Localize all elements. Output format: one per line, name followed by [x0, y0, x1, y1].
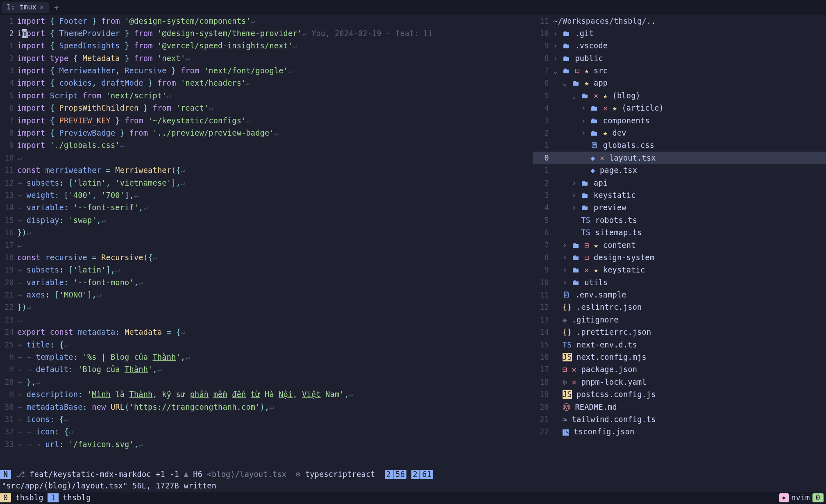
- code-line[interactable]: 4import { cookies, draftMode } from 'nex…: [0, 77, 533, 89]
- code-line[interactable]: 19→ subsets: ['latin'],↵: [0, 264, 533, 276]
- tree-item[interactable]: 21 ≈ tailwind.config.ts: [533, 413, 826, 426]
- terminal-tab[interactable]: 1: tmux ✕: [2, 2, 49, 13]
- line-number: H: [0, 365, 17, 374]
- tree-item[interactable]: 9› 🖿 .vscode: [533, 40, 826, 52]
- code-line[interactable]: 22})↵: [0, 301, 533, 313]
- tree-item[interactable]: 8 › 🖿 ⊟ design-system: [533, 251, 826, 263]
- tree-item[interactable]: 2 › 🖿 api: [533, 177, 826, 189]
- tree-item[interactable]: 14 {} .prettierrc.json: [533, 326, 826, 338]
- tmux-window-0[interactable]: thsblg: [11, 493, 47, 502]
- tree-item[interactable]: 15 TS next-env.d.ts: [533, 338, 826, 351]
- tree-item[interactable]: 16 JS next.config.mjs: [533, 351, 826, 363]
- close-icon[interactable]: ✕: [40, 3, 44, 11]
- line-content: → variable: '--font-mono',↵: [17, 278, 533, 287]
- code-line[interactable]: 7import { PREVIEW_KEY } from '~/keystati…: [0, 114, 533, 127]
- tree-item[interactable]: 7 › 🖿 ⊟ ★ content: [533, 239, 826, 251]
- code-line[interactable]: 16})↵: [0, 227, 533, 239]
- tree-item-content: ⌄ 🖿 ★ app: [553, 79, 826, 87]
- code-line[interactable]: H→ description: 'Mình là Thành, kỹ sư ph…: [0, 388, 533, 401]
- code-line[interactable]: 24export const metadata: Metadata = {↵: [0, 326, 533, 338]
- tree-item[interactable]: 8› 🖿 public: [533, 52, 826, 64]
- tree-item-content: TS next-env.d.ts: [553, 341, 826, 349]
- add-tab-button[interactable]: +: [49, 3, 64, 12]
- tree-item[interactable]: 12 {} .eslintrc.json: [533, 301, 826, 313]
- tree-item[interactable]: 4 › 🖿 preview: [533, 202, 826, 214]
- tree-item[interactable]: 6 TS sitemap.ts: [533, 227, 826, 239]
- code-line[interactable]: 12→ subsets: ['latin', 'vietnamese'],↵: [0, 177, 533, 189]
- tree-item[interactable]: 1 ◆ page.tsx: [533, 164, 826, 177]
- tmux-session[interactable]: 0: [0, 493, 11, 502]
- code-line[interactable]: 14→ variable: '--font-serif',↵: [0, 202, 533, 214]
- code-line[interactable]: 21→ axes: ['MONO'],↵: [0, 289, 533, 301]
- code-line[interactable]: 18const recursive = Recursive({↵: [0, 251, 533, 263]
- line-number: 30: [0, 403, 17, 411]
- code-line[interactable]: 6import { PropsWithChildren } from 'reac…: [0, 102, 533, 114]
- tree-root[interactable]: 11~/Workspaces/thsblg/..: [533, 15, 826, 27]
- tree-item[interactable]: 3 › 🖿 components: [533, 114, 826, 127]
- code-editor-pane[interactable]: 1import { Footer } from '@design-system/…: [0, 15, 533, 469]
- tree-item[interactable]: 22 TS tsconfig.json: [533, 426, 826, 438]
- tree-item[interactable]: 2 › 🖿 ★ dev: [533, 127, 826, 139]
- code-line[interactable]: H→ → default: 'Blog của Thành',↵: [0, 363, 533, 376]
- tree-item[interactable]: 10› 🖿 .git: [533, 27, 826, 39]
- code-line[interactable]: 30→ metadataBase: new URL('https://trang…: [0, 401, 533, 413]
- code-line[interactable]: 5import Script from 'next/script'↵: [0, 89, 533, 102]
- line-content: const recursive = Recursive({↵: [17, 253, 533, 262]
- tree-item[interactable]: 5 TS robots.ts: [533, 214, 826, 226]
- code-line[interactable]: 11const merriweather = Merriweather({↵: [0, 164, 533, 177]
- code-line[interactable]: 13→ weight: ['400', '700'],↵: [0, 189, 533, 201]
- tree-item[interactable]: 18 ⚙ ✕ pnpm-lock.yaml: [533, 376, 826, 388]
- code-line[interactable]: 31→ icons: {↵: [0, 413, 533, 426]
- tree-item-content: JS postcss.config.js: [553, 390, 826, 399]
- tree-item-content: TS tsconfig.json: [553, 427, 826, 436]
- code-line[interactable]: 2import { ThemeProvider } from '@design-…: [0, 27, 533, 39]
- code-line[interactable]: 20→ variable: '--font-mono',↵: [0, 276, 533, 288]
- code-line[interactable]: 8import { PreviewBadge } from '../previe…: [0, 127, 533, 139]
- tree-item[interactable]: 0 ◆ ✕ layout.tsx: [533, 152, 826, 164]
- tree-item[interactable]: 1 🖹 globals.css: [533, 139, 826, 152]
- tree-item[interactable]: 9 › 🖿 ✕ ★ keystatic: [533, 264, 826, 276]
- code-line[interactable]: 9import './globals.css'↵: [0, 139, 533, 152]
- tree-line-number: 6: [533, 79, 553, 87]
- code-line[interactable]: H→ → template: '%s | Blog của Thành',↵: [0, 351, 533, 363]
- tree-item-content: JS next.config.mjs: [553, 353, 826, 361]
- tree-item[interactable]: 17 ⊟ ✕ package.json: [533, 363, 826, 376]
- line-number: 24: [0, 328, 17, 336]
- tree-item[interactable]: 7⌄ 🖿 ⊟ ★ src: [533, 65, 826, 77]
- branch-icon: ⎇: [16, 470, 25, 479]
- code-line[interactable]: 1import { Footer } from '@design-system/…: [0, 15, 533, 27]
- code-line[interactable]: 10↵: [0, 152, 533, 164]
- code-line[interactable]: 32→ → icon: {↵: [0, 426, 533, 438]
- tree-item[interactable]: 20 Ⓜ README.md: [533, 401, 826, 413]
- lsp-icon: ♟: [184, 470, 188, 479]
- tree-item[interactable]: 4 › 🖿 ✕ ★ (article): [533, 102, 826, 114]
- line-number: 25: [0, 341, 17, 349]
- code-line[interactable]: 15→ display: 'swap',↵: [0, 214, 533, 226]
- tree-item[interactable]: 6 ⌄ 🖿 ★ app: [533, 77, 826, 89]
- line-number: 17: [0, 241, 17, 250]
- tree-line-number: 8: [533, 54, 553, 63]
- line-number: 31: [0, 415, 17, 424]
- code-line[interactable]: 17↵: [0, 239, 533, 251]
- code-line[interactable]: 2import type { Metadata } from 'next'↵: [0, 52, 533, 64]
- file-tree-pane[interactable]: 11~/Workspaces/thsblg/..10› 🖿 .git9› 🖿 .…: [533, 15, 826, 469]
- code-line[interactable]: 33→ → → url: '/favicon.svg',↵: [0, 438, 533, 450]
- tree-item[interactable]: 10 › 🖿 utils: [533, 276, 826, 288]
- tree-line-number: 0: [533, 154, 553, 162]
- code-line[interactable]: 25→ title: {↵: [0, 338, 533, 351]
- code-line[interactable]: 28→ },↵: [0, 376, 533, 388]
- tree-line-number: 17: [533, 365, 553, 374]
- tree-item[interactable]: 5 ⌄ 🖿 ✕ ★ (blog): [533, 89, 826, 102]
- tree-item[interactable]: 19 JS postcss.config.js: [533, 388, 826, 401]
- code-line[interactable]: 3import { Merriweather, Recursive } from…: [0, 65, 533, 77]
- tree-item[interactable]: 3 › 🖿 keystatic: [533, 189, 826, 201]
- line-number: 22: [0, 303, 17, 311]
- code-line[interactable]: 23↵: [0, 313, 533, 326]
- tree-item[interactable]: 13 ◈ .gitignore: [533, 313, 826, 326]
- tmux-active-window-index[interactable]: 1: [48, 493, 59, 502]
- tmux-statusline: 0 thsblg 1 thsblg ✶ nvim 0: [0, 492, 826, 504]
- tmux-active-window[interactable]: thsblg: [59, 493, 95, 502]
- tree-item[interactable]: 11 🖹 .env.sample: [533, 289, 826, 301]
- line-content: → → icon: {↵: [17, 427, 533, 436]
- code-line[interactable]: 1import { SpeedInsights } from '@vercel/…: [0, 40, 533, 52]
